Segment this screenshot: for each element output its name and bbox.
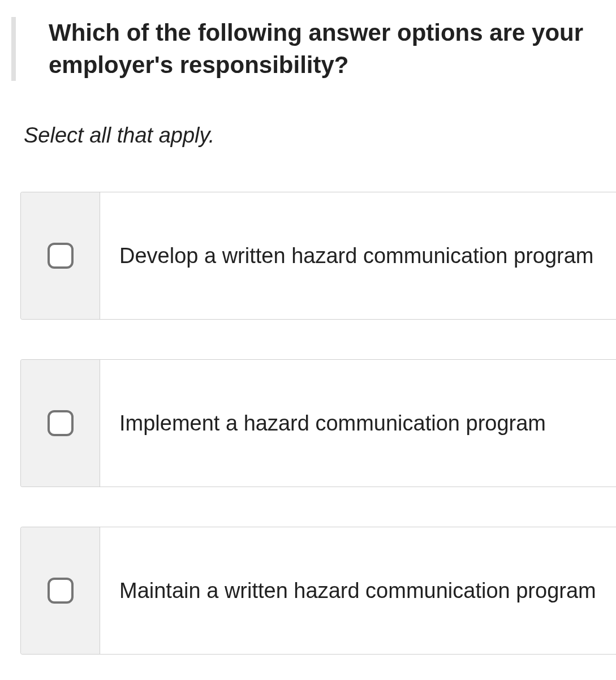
option-row[interactable]: Develop a written hazard communication p… <box>20 192 616 320</box>
checkbox-cell <box>21 527 100 654</box>
option-label-cell: Implement a hazard communication program <box>100 360 616 487</box>
checkbox-cell <box>21 360 100 487</box>
option-label: Implement a hazard communication program <box>119 405 546 442</box>
option-label-cell: Maintain a written hazard communication … <box>100 527 616 654</box>
option-label: Develop a written hazard communication p… <box>119 238 594 274</box>
question-block: Which of the following answer options ar… <box>11 17 616 81</box>
option-label-cell: Develop a written hazard communication p… <box>100 192 616 319</box>
instruction-text: Select all that apply. <box>24 123 616 148</box>
option-row[interactable]: Implement a hazard communication program <box>20 359 616 487</box>
checkbox-icon[interactable] <box>48 578 74 604</box>
question-text: Which of the following answer options ar… <box>49 17 593 81</box>
checkbox-icon[interactable] <box>48 410 74 436</box>
checkbox-icon[interactable] <box>48 243 74 269</box>
options-list: Develop a written hazard communication p… <box>20 192 616 655</box>
option-row[interactable]: Maintain a written hazard communication … <box>20 527 616 655</box>
option-label: Maintain a written hazard communication … <box>119 573 596 609</box>
checkbox-cell <box>21 192 100 319</box>
